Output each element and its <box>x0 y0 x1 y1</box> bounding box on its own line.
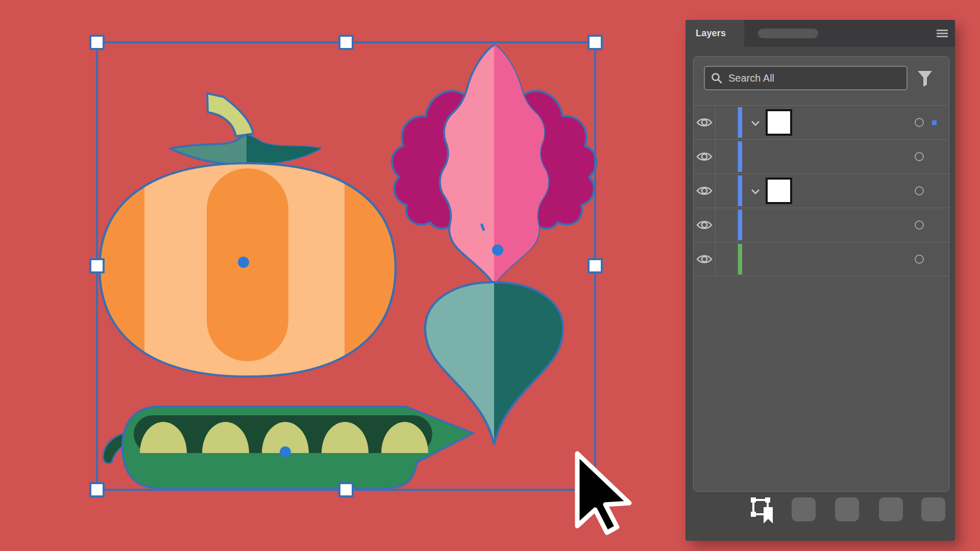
layers-list-container <box>693 56 949 492</box>
panel-menu-icon[interactable] <box>937 30 948 37</box>
search-icon <box>711 72 722 84</box>
chevron-down-icon[interactable] <box>751 120 760 126</box>
layer-row-3[interactable] <box>694 173 949 208</box>
beet-anchor-dot <box>492 244 503 256</box>
filter-icon[interactable] <box>917 70 933 87</box>
target-circle[interactable] <box>915 220 924 230</box>
footer-button-placeholder-2[interactable] <box>835 497 859 521</box>
pea-pod-artwork[interactable] <box>103 407 473 488</box>
layer-row-5[interactable] <box>694 242 949 276</box>
footer-button-placeholder-3[interactable] <box>879 497 903 521</box>
search-field[interactable] <box>727 72 906 85</box>
arrow-pointer-cursor <box>577 454 629 533</box>
handle-bottom-middle[interactable] <box>339 483 353 496</box>
footer-button-placeholder-1[interactable] <box>792 497 816 521</box>
handle-bottom-left[interactable] <box>90 483 104 496</box>
beet-root-shade <box>494 282 563 444</box>
pumpkin-stem <box>207 93 253 136</box>
layer-color-bar <box>738 141 742 172</box>
handle-middle-left[interactable] <box>90 259 104 272</box>
pea-pod-anchor-dot <box>280 446 291 458</box>
visibility-eye-icon[interactable] <box>696 254 713 265</box>
target-circle[interactable] <box>915 152 924 161</box>
selection-indicator <box>932 120 937 125</box>
handle-top-left[interactable] <box>90 36 104 49</box>
visibility-eye-icon[interactable] <box>696 185 713 196</box>
layer-thumbnail[interactable] <box>766 178 792 204</box>
target-circle[interactable] <box>915 255 924 264</box>
handle-top-middle[interactable] <box>339 36 353 49</box>
visibility-eye-icon[interactable] <box>696 151 713 162</box>
visibility-eye-icon[interactable] <box>696 219 713 231</box>
visibility-eye-icon[interactable] <box>696 117 713 128</box>
pumpkin-artwork[interactable] <box>100 93 396 379</box>
pumpkin-anchor-dot <box>238 257 249 268</box>
layer-color-bar <box>738 210 742 240</box>
panel-tab-bar: Layers <box>685 20 955 47</box>
layer-row-1[interactable] <box>694 105 949 139</box>
layer-row-2[interactable] <box>694 139 949 173</box>
handle-middle-right[interactable] <box>589 259 602 272</box>
target-circle[interactable] <box>915 118 924 127</box>
layer-thumbnail[interactable] <box>766 109 792 136</box>
layer-color-bar <box>738 244 742 274</box>
footer-button-placeholder-4[interactable] <box>921 497 945 521</box>
beet-artwork[interactable] <box>392 45 597 444</box>
illustrator-workspace: Layers <box>0 0 980 551</box>
tab-layers[interactable]: Layers <box>685 20 744 47</box>
handle-top-right[interactable] <box>589 36 602 49</box>
tab-layers-label: Layers <box>685 20 744 47</box>
target-circle[interactable] <box>915 186 924 195</box>
panel-footer <box>685 492 955 541</box>
layer-color-bar <box>738 176 742 206</box>
layers-panel: Layers <box>685 20 955 541</box>
layer-rows <box>694 105 949 277</box>
layer-row-4[interactable] <box>694 208 949 242</box>
layer-color-bar <box>738 107 742 138</box>
chevron-down-icon[interactable] <box>751 189 760 194</box>
tab-placeholder[interactable] <box>758 29 818 38</box>
artboard-bookmark-icon[interactable] <box>749 496 776 524</box>
search-input[interactable] <box>704 66 908 90</box>
